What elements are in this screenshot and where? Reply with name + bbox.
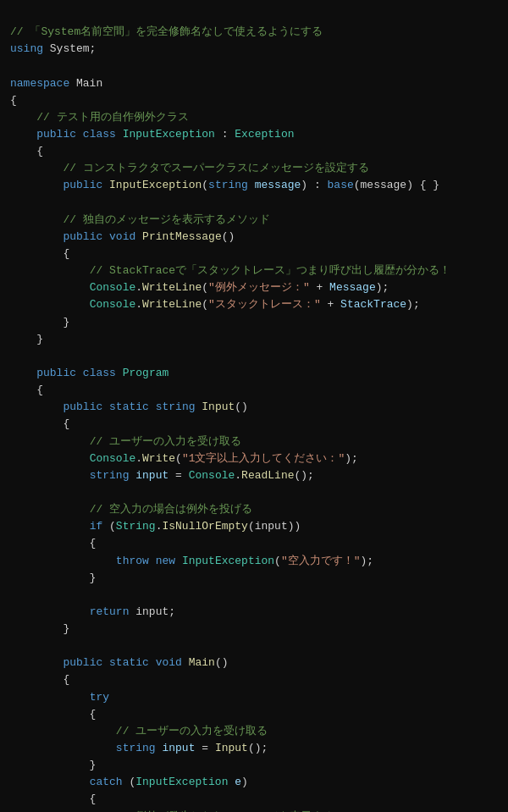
code-editor: // 「System名前空間」を完全修飾名なしで使えるようにする using S… xyxy=(10,7,498,812)
line-7-class: InputException xyxy=(123,128,215,141)
line-7-keyword: public xyxy=(36,128,76,141)
line-21-class: Program xyxy=(123,367,169,379)
line-1-comment: // 「System名前空間」を完全修飾名なしで使えるようにする xyxy=(10,25,323,38)
line-30-keyword: if xyxy=(90,520,103,533)
line-38-keyword: public xyxy=(63,656,102,669)
line-13-method: PrintMessage xyxy=(142,230,222,243)
line-6-comment: // テスト用の自作例外クラス xyxy=(36,111,188,124)
line-4-keyword: namespace xyxy=(10,77,69,90)
line-29-comment: // 空入力の場合は例外を投げる xyxy=(90,503,252,516)
line-12-comment: // 独自のメッセージを表示するメソッド xyxy=(63,213,269,226)
line-2-keyword: using xyxy=(10,42,43,55)
line-42-comment: // ユーザーの入力を受け取る xyxy=(116,725,268,737)
line-16-string: "例外メッセージ：" xyxy=(208,281,310,294)
line-10-method: InputException xyxy=(109,179,202,191)
line-32-string: "空入力です！" xyxy=(281,555,361,567)
line-45-catch: catch xyxy=(90,776,123,788)
line-9-comment: // コンストラクタでスーパークラスにメッセージを設定する xyxy=(63,162,368,174)
line-23-method: Input xyxy=(202,400,235,413)
line-15-comment: // StackTraceで「スタックトレース」つまり呼び出し履歴が分かる！ xyxy=(90,264,450,277)
line-26-string: "1文字以上入力してください：" xyxy=(182,452,345,465)
line-21-keyword: public xyxy=(36,367,76,379)
line-38-method: Main xyxy=(189,656,215,669)
line-17-string: "スタックトレース：" xyxy=(208,298,321,311)
line-25-comment: // ユーザーの入力を受け取る xyxy=(90,435,241,448)
line-40-keyword: try xyxy=(90,691,109,704)
line-10-keyword: public xyxy=(63,179,102,191)
line-35-return: return xyxy=(90,605,130,618)
line-32-throw: throw xyxy=(116,555,149,567)
line-23-keyword: public xyxy=(63,400,102,413)
line-13-keyword: public xyxy=(63,230,102,243)
